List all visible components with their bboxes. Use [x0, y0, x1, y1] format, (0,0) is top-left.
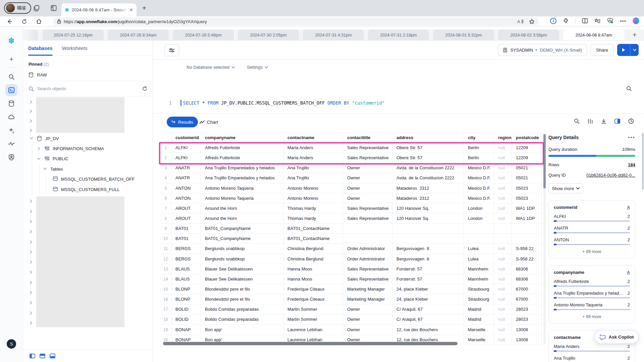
column-header-region[interactable]: region	[494, 133, 512, 143]
chevron-collapsed-icon[interactable]	[29, 109, 34, 113]
table-horizontal-scrollbar[interactable]	[161, 342, 542, 346]
tree-item-information_schema[interactable]: INFORMATION_SCHEMA	[23, 143, 153, 154]
table-row[interactable]: 2ALFKIAlfreds FutterkisteMaria AndersSal…	[160, 153, 543, 163]
database-selector[interactable]: No Database selected	[186, 65, 235, 70]
rows-value-link[interactable]: 184	[628, 162, 635, 167]
new-worksheet-icon[interactable]: +	[5, 53, 17, 65]
download-icon[interactable]	[601, 119, 606, 124]
toggle-bottom-panel-icon[interactable]	[50, 354, 55, 358]
pinned-item-raw[interactable]: RAW	[23, 69, 153, 81]
chevron-collapsed-icon[interactable]	[29, 300, 34, 305]
worksheet-config-button[interactable]	[164, 44, 179, 56]
sql-editor[interactable]: No Database selected Settings 1 SELECT *…	[153, 60, 644, 113]
results-table[interactable]: customeridcompanynamecontactnamecontactt…	[160, 133, 543, 345]
column-header-companyname[interactable]: companyname	[201, 133, 283, 143]
browser-tab[interactable]: ❄ 2024-08-06 8:47am - Snowfla ✕	[61, 3, 137, 16]
onepassword-icon[interactable]: 1	[550, 18, 556, 24]
ask-copilot-button[interactable]: Ask Copilot	[594, 330, 639, 344]
details-panel-toggle-icon[interactable]	[614, 119, 620, 124]
table-row[interactable]: 5ANTONAntonio Moreno TaqueriaAntonio Mor…	[160, 183, 543, 193]
read-aloud-icon[interactable]: A	[517, 19, 524, 24]
chevron-collapsed-icon[interactable]	[29, 239, 34, 244]
column-header-postalcode[interactable]: postalcode	[512, 133, 542, 143]
table-row[interactable]: 14BLAUSBlauer See DelikatessenHanna Moos…	[160, 274, 543, 284]
stat-more-link[interactable]: + 89 more	[554, 249, 630, 254]
stat-item[interactable]: Ana Trujillo2	[554, 356, 630, 362]
column-header-customerid[interactable]: customerid	[171, 133, 201, 143]
stat-type-icon[interactable]: A	[627, 205, 630, 210]
search-nav-icon[interactable]	[5, 71, 17, 83]
chevron-collapsed-icon[interactable]	[29, 128, 34, 132]
chevron-collapsed-icon[interactable]	[29, 209, 34, 214]
refresh-icon[interactable]	[20, 17, 28, 25]
worksheet-tab[interactable]: 2024-07-30 2:05pm	[238, 29, 299, 41]
table-row[interactable]: 9BAT01BAT01_CompanyNameBAT01_ContactName	[160, 224, 543, 234]
table-row[interactable]: 8AROUTAround the HornThomas HardySales R…	[160, 214, 543, 224]
sql-code-line[interactable]: SELECT * FROM JP_DV.PUBLIC.MSSQL_CUSTOME…	[180, 99, 385, 107]
run-options-button[interactable]	[630, 44, 639, 56]
extensions-icon[interactable]	[563, 18, 569, 24]
worksheet-tab-partial[interactable]	[26, 29, 38, 41]
copilot-browser-icon[interactable]	[633, 17, 639, 24]
toggle-top-panel-icon[interactable]	[40, 354, 45, 358]
stat-item[interactable]: Antonio Moreno Taqueria2	[554, 302, 630, 310]
cloud-nav-icon[interactable]	[5, 111, 17, 123]
search-objects-input[interactable]	[37, 86, 139, 91]
stat-item[interactable]: Ana Trujillo Emparedados y helad...2	[554, 291, 630, 298]
favorite-star-icon[interactable]	[529, 19, 535, 24]
run-button[interactable]	[617, 44, 630, 56]
chevron-collapsed-icon[interactable]	[29, 99, 34, 104]
chevron-collapsed-icon[interactable]	[29, 290, 34, 295]
column-header-address[interactable]: address	[392, 133, 464, 143]
address-bar[interactable]: https://app.snowflake.com/jugdhon/cdata_…	[53, 17, 539, 25]
stat-type-icon[interactable]: A	[627, 270, 630, 275]
worksheet-tab[interactable]: 2024-08-02 3:58pm	[498, 29, 559, 41]
new-browser-tab-button[interactable]: +	[142, 4, 146, 12]
table-row[interactable]: 7AROUTAround the HornThomas HardySales R…	[160, 203, 543, 214]
tab-worksheets[interactable]: Worksheets	[62, 41, 88, 56]
refresh-objects-icon[interactable]	[142, 86, 147, 91]
context-selector[interactable]: SYSADMIN DEMO_WH (X-Small)	[498, 44, 587, 56]
share-button[interactable]: Share	[590, 44, 614, 56]
query-id-link[interactable]: 01b62814-0c06-dd82-0...	[586, 173, 635, 178]
workspaces-icon[interactable]	[32, 4, 40, 12]
table-row[interactable]: 18BOLIDBolido Comidas preparadasMartin S…	[160, 314, 543, 324]
table-row[interactable]: 13BLAUSBlauer See DelikatessenHanna Moos…	[160, 264, 543, 274]
worksheet-tab[interactable]: 2024-07-26 5:48pm	[173, 29, 234, 41]
columns-icon[interactable]	[588, 119, 593, 124]
split-screen-icon[interactable]	[582, 18, 588, 23]
back-icon[interactable]	[5, 17, 13, 25]
column-header-contacttitle[interactable]: contacttitle	[343, 133, 392, 143]
worksheets-nav-icon[interactable]	[5, 84, 17, 96]
worksheet-tab[interactable]: 2024-08-01 5:32pm	[433, 29, 494, 41]
chevron-collapsed-icon[interactable]	[29, 229, 34, 234]
worksheet-tab[interactable]: 2024-07-31 2:18pm	[368, 29, 429, 41]
stat-item[interactable]: ALFKI2	[554, 214, 630, 222]
worksheet-tab[interactable]: 2024-07-31 4:31pm	[303, 29, 364, 41]
browser-essentials-icon[interactable]	[607, 18, 613, 24]
tree-item-jp_dv[interactable]: JP_DV	[23, 133, 153, 143]
snowflake-logo[interactable]: ❄	[5, 35, 17, 47]
table-vertical-scrollbar[interactable]	[543, 134, 546, 345]
chevron-collapsed-icon[interactable]	[29, 219, 34, 224]
toggle-left-panel-icon[interactable]	[30, 354, 35, 358]
vertical-tabs-icon[interactable]	[50, 4, 58, 12]
table-row[interactable]: 11BERGSBerglunds snabbkopChristina Bergl…	[160, 244, 543, 254]
chevron-collapsed-icon[interactable]	[29, 118, 34, 123]
table-row[interactable]: 17BOLIDBolido Comidas preparadasMartin S…	[160, 304, 543, 314]
worksheet-tab[interactable]: 2024-08-06 8:47am	[563, 29, 624, 41]
tree-item-mssql_customers_batch_off[interactable]: MSSQL_CUSTOMERS_BATCH_OFF	[23, 174, 153, 184]
panel-scrollbar[interactable]	[642, 133, 644, 190]
tab-databases[interactable]: Databases	[28, 41, 53, 56]
tab-close-icon[interactable]: ✕	[129, 7, 133, 12]
table-row[interactable]: 12BERGSBerglunds snabbkopChristina Bergl…	[160, 254, 543, 264]
query-history-icon[interactable]	[628, 118, 634, 124]
new-worksheet-tab-button[interactable]: +	[633, 31, 637, 39]
table-row[interactable]: 3ANATRAna Trujillo Emparedados y helados…	[160, 163, 543, 173]
chevron-collapsed-icon[interactable]	[29, 310, 34, 315]
chevron-collapsed-icon[interactable]	[29, 280, 34, 285]
stat-item[interactable]: ANTON2	[554, 237, 630, 245]
data-nav-icon[interactable]	[5, 98, 17, 110]
chevron-collapsed-icon[interactable]	[29, 198, 34, 203]
settings-selector[interactable]: Settings	[247, 65, 268, 70]
